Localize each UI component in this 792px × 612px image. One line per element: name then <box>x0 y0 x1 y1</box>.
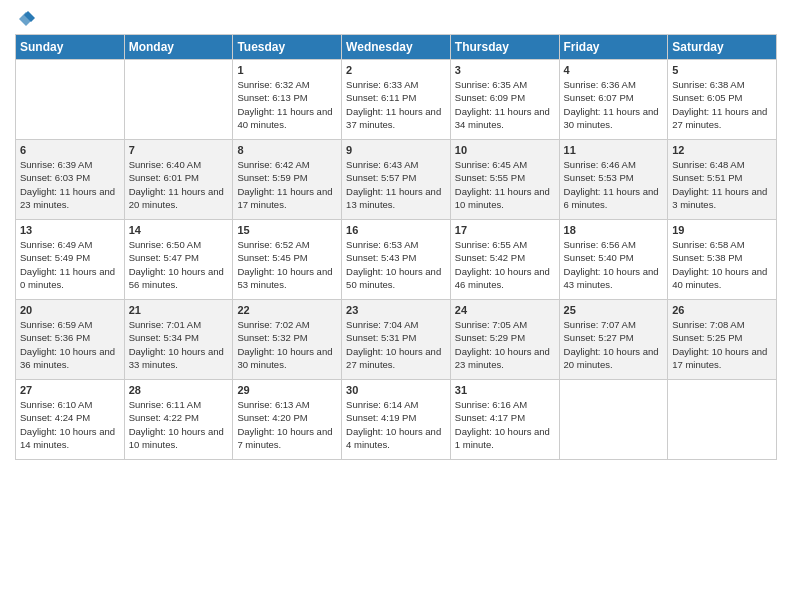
calendar-cell: 23Sunrise: 7:04 AM Sunset: 5:31 PM Dayli… <box>342 300 451 380</box>
day-header-sunday: Sunday <box>16 35 125 60</box>
calendar-cell: 8Sunrise: 6:42 AM Sunset: 5:59 PM Daylig… <box>233 140 342 220</box>
cell-info: Sunrise: 6:55 AM Sunset: 5:42 PM Dayligh… <box>455 238 555 291</box>
logo-icon <box>17 10 35 28</box>
cell-info: Sunrise: 6:42 AM Sunset: 5:59 PM Dayligh… <box>237 158 337 211</box>
day-header-tuesday: Tuesday <box>233 35 342 60</box>
day-header-monday: Monday <box>124 35 233 60</box>
page: SundayMondayTuesdayWednesdayThursdayFrid… <box>0 0 792 612</box>
cell-info: Sunrise: 6:33 AM Sunset: 6:11 PM Dayligh… <box>346 78 446 131</box>
calendar-cell: 2Sunrise: 6:33 AM Sunset: 6:11 PM Daylig… <box>342 60 451 140</box>
calendar-cell: 25Sunrise: 7:07 AM Sunset: 5:27 PM Dayli… <box>559 300 668 380</box>
calendar-cell: 21Sunrise: 7:01 AM Sunset: 5:34 PM Dayli… <box>124 300 233 380</box>
week-row-5: 27Sunrise: 6:10 AM Sunset: 4:24 PM Dayli… <box>16 380 777 460</box>
cell-info: Sunrise: 6:50 AM Sunset: 5:47 PM Dayligh… <box>129 238 229 291</box>
cell-info: Sunrise: 6:56 AM Sunset: 5:40 PM Dayligh… <box>564 238 664 291</box>
calendar-cell: 14Sunrise: 6:50 AM Sunset: 5:47 PM Dayli… <box>124 220 233 300</box>
calendar-cell: 10Sunrise: 6:45 AM Sunset: 5:55 PM Dayli… <box>450 140 559 220</box>
cell-info: Sunrise: 6:16 AM Sunset: 4:17 PM Dayligh… <box>455 398 555 451</box>
cell-date: 19 <box>672 224 772 236</box>
cell-info: Sunrise: 6:39 AM Sunset: 6:03 PM Dayligh… <box>20 158 120 211</box>
day-header-wednesday: Wednesday <box>342 35 451 60</box>
calendar-cell <box>668 380 777 460</box>
cell-date: 3 <box>455 64 555 76</box>
cell-date: 15 <box>237 224 337 236</box>
cell-date: 7 <box>129 144 229 156</box>
cell-info: Sunrise: 7:01 AM Sunset: 5:34 PM Dayligh… <box>129 318 229 371</box>
calendar-cell <box>16 60 125 140</box>
cell-date: 4 <box>564 64 664 76</box>
calendar-cell: 9Sunrise: 6:43 AM Sunset: 5:57 PM Daylig… <box>342 140 451 220</box>
cell-date: 21 <box>129 304 229 316</box>
cell-date: 22 <box>237 304 337 316</box>
cell-date: 26 <box>672 304 772 316</box>
cell-info: Sunrise: 6:48 AM Sunset: 5:51 PM Dayligh… <box>672 158 772 211</box>
cell-info: Sunrise: 6:13 AM Sunset: 4:20 PM Dayligh… <box>237 398 337 451</box>
week-row-4: 20Sunrise: 6:59 AM Sunset: 5:36 PM Dayli… <box>16 300 777 380</box>
week-row-3: 13Sunrise: 6:49 AM Sunset: 5:49 PM Dayli… <box>16 220 777 300</box>
cell-info: Sunrise: 7:04 AM Sunset: 5:31 PM Dayligh… <box>346 318 446 371</box>
cell-date: 25 <box>564 304 664 316</box>
cell-info: Sunrise: 6:32 AM Sunset: 6:13 PM Dayligh… <box>237 78 337 131</box>
calendar-cell: 28Sunrise: 6:11 AM Sunset: 4:22 PM Dayli… <box>124 380 233 460</box>
calendar-cell: 15Sunrise: 6:52 AM Sunset: 5:45 PM Dayli… <box>233 220 342 300</box>
cell-info: Sunrise: 6:11 AM Sunset: 4:22 PM Dayligh… <box>129 398 229 451</box>
cell-date: 13 <box>20 224 120 236</box>
calendar-cell: 30Sunrise: 6:14 AM Sunset: 4:19 PM Dayli… <box>342 380 451 460</box>
cell-info: Sunrise: 7:07 AM Sunset: 5:27 PM Dayligh… <box>564 318 664 371</box>
calendar-cell: 13Sunrise: 6:49 AM Sunset: 5:49 PM Dayli… <box>16 220 125 300</box>
header-row: SundayMondayTuesdayWednesdayThursdayFrid… <box>16 35 777 60</box>
cell-info: Sunrise: 6:38 AM Sunset: 6:05 PM Dayligh… <box>672 78 772 131</box>
cell-date: 6 <box>20 144 120 156</box>
cell-date: 9 <box>346 144 446 156</box>
calendar-cell: 1Sunrise: 6:32 AM Sunset: 6:13 PM Daylig… <box>233 60 342 140</box>
cell-date: 23 <box>346 304 446 316</box>
calendar-cell: 27Sunrise: 6:10 AM Sunset: 4:24 PM Dayli… <box>16 380 125 460</box>
calendar-cell: 12Sunrise: 6:48 AM Sunset: 5:51 PM Dayli… <box>668 140 777 220</box>
calendar-cell: 4Sunrise: 6:36 AM Sunset: 6:07 PM Daylig… <box>559 60 668 140</box>
cell-date: 14 <box>129 224 229 236</box>
cell-date: 2 <box>346 64 446 76</box>
calendar-cell: 26Sunrise: 7:08 AM Sunset: 5:25 PM Dayli… <box>668 300 777 380</box>
calendar-cell: 20Sunrise: 6:59 AM Sunset: 5:36 PM Dayli… <box>16 300 125 380</box>
day-header-friday: Friday <box>559 35 668 60</box>
cell-date: 10 <box>455 144 555 156</box>
calendar-cell: 3Sunrise: 6:35 AM Sunset: 6:09 PM Daylig… <box>450 60 559 140</box>
calendar-cell: 5Sunrise: 6:38 AM Sunset: 6:05 PM Daylig… <box>668 60 777 140</box>
cell-info: Sunrise: 6:40 AM Sunset: 6:01 PM Dayligh… <box>129 158 229 211</box>
logo <box>15 10 35 28</box>
cell-date: 18 <box>564 224 664 236</box>
cell-date: 8 <box>237 144 337 156</box>
calendar-table: SundayMondayTuesdayWednesdayThursdayFrid… <box>15 34 777 460</box>
cell-date: 20 <box>20 304 120 316</box>
calendar-cell: 16Sunrise: 6:53 AM Sunset: 5:43 PM Dayli… <box>342 220 451 300</box>
week-row-1: 1Sunrise: 6:32 AM Sunset: 6:13 PM Daylig… <box>16 60 777 140</box>
cell-date: 1 <box>237 64 337 76</box>
calendar-cell: 7Sunrise: 6:40 AM Sunset: 6:01 PM Daylig… <box>124 140 233 220</box>
day-header-saturday: Saturday <box>668 35 777 60</box>
cell-date: 5 <box>672 64 772 76</box>
cell-info: Sunrise: 6:14 AM Sunset: 4:19 PM Dayligh… <box>346 398 446 451</box>
cell-info: Sunrise: 7:05 AM Sunset: 5:29 PM Dayligh… <box>455 318 555 371</box>
calendar-cell: 31Sunrise: 6:16 AM Sunset: 4:17 PM Dayli… <box>450 380 559 460</box>
cell-info: Sunrise: 7:02 AM Sunset: 5:32 PM Dayligh… <box>237 318 337 371</box>
calendar-cell: 11Sunrise: 6:46 AM Sunset: 5:53 PM Dayli… <box>559 140 668 220</box>
cell-info: Sunrise: 6:45 AM Sunset: 5:55 PM Dayligh… <box>455 158 555 211</box>
cell-info: Sunrise: 6:53 AM Sunset: 5:43 PM Dayligh… <box>346 238 446 291</box>
calendar-cell: 19Sunrise: 6:58 AM Sunset: 5:38 PM Dayli… <box>668 220 777 300</box>
cell-date: 17 <box>455 224 555 236</box>
day-header-thursday: Thursday <box>450 35 559 60</box>
cell-date: 27 <box>20 384 120 396</box>
calendar-cell: 24Sunrise: 7:05 AM Sunset: 5:29 PM Dayli… <box>450 300 559 380</box>
week-row-2: 6Sunrise: 6:39 AM Sunset: 6:03 PM Daylig… <box>16 140 777 220</box>
calendar-cell: 17Sunrise: 6:55 AM Sunset: 5:42 PM Dayli… <box>450 220 559 300</box>
cell-date: 16 <box>346 224 446 236</box>
cell-info: Sunrise: 6:59 AM Sunset: 5:36 PM Dayligh… <box>20 318 120 371</box>
calendar-cell <box>124 60 233 140</box>
cell-date: 24 <box>455 304 555 316</box>
cell-info: Sunrise: 6:46 AM Sunset: 5:53 PM Dayligh… <box>564 158 664 211</box>
calendar-cell: 22Sunrise: 7:02 AM Sunset: 5:32 PM Dayli… <box>233 300 342 380</box>
cell-info: Sunrise: 7:08 AM Sunset: 5:25 PM Dayligh… <box>672 318 772 371</box>
cell-info: Sunrise: 6:49 AM Sunset: 5:49 PM Dayligh… <box>20 238 120 291</box>
calendar-cell: 29Sunrise: 6:13 AM Sunset: 4:20 PM Dayli… <box>233 380 342 460</box>
cell-info: Sunrise: 6:35 AM Sunset: 6:09 PM Dayligh… <box>455 78 555 131</box>
